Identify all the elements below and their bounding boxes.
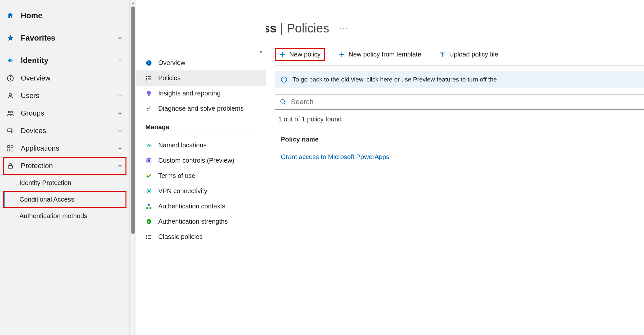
table-row[interactable]: Grant access to Microsoft PowerApps	[275, 148, 644, 166]
sidebar-label: Overview	[21, 74, 51, 82]
new-policy-button[interactable]: New policy	[275, 48, 325, 61]
classic-policies-icon	[145, 234, 152, 240]
sidebar-item-home[interactable]: Home	[3, 6, 126, 25]
subnav-label: VPN connectivity	[158, 187, 207, 195]
table-header-policy-name[interactable]: Policy name	[275, 131, 644, 148]
diagnose-icon	[145, 105, 152, 112]
sidebar-item-groups[interactable]: Groups	[3, 105, 126, 122]
home-icon	[6, 12, 14, 19]
search-box[interactable]	[275, 94, 644, 110]
svg-point-35	[147, 238, 147, 239]
more-icon[interactable]: ···	[340, 24, 348, 33]
upload-icon	[439, 51, 446, 58]
chevron-down-icon	[117, 128, 123, 134]
subnav-item-auth-contexts[interactable]: Authentication contexts	[136, 199, 266, 214]
chevron-down-icon	[117, 35, 123, 41]
info-banner[interactable]: To go back to the old view, click here o…	[275, 71, 644, 88]
subnav-item-auth-strengths[interactable]: Authentication strengths	[136, 214, 266, 229]
subnav-item-diagnose[interactable]: Diagnose and solve problems	[136, 101, 266, 116]
chevron-down-icon	[117, 93, 123, 99]
sidebar-label: Users	[21, 92, 39, 100]
sidebar-item-favorites[interactable]: Favorites	[3, 29, 126, 47]
vpn-icon	[145, 188, 152, 194]
divider	[3, 49, 126, 49]
info-outline-icon	[281, 76, 287, 83]
banner-text: To go back to the old view, click here o…	[292, 76, 497, 83]
svg-point-19	[147, 76, 147, 77]
user-icon	[6, 92, 14, 99]
sidebar-label: Identity Protection	[19, 179, 71, 187]
terms-icon	[145, 173, 152, 179]
lock-icon	[6, 162, 14, 169]
sidebar-item-protection[interactable]: Protection	[3, 157, 126, 175]
policy-link[interactable]: Grant access to Microsoft PowerApps	[281, 153, 389, 160]
subnav-label: Custom controls (Preview)	[158, 157, 234, 164]
svg-line-54	[284, 103, 286, 105]
scrollbar[interactable]: ▴	[130, 0, 136, 335]
sidebar-item-applications[interactable]: Applications	[3, 140, 126, 157]
title-sub: Policies	[287, 21, 329, 35]
svg-rect-8	[8, 146, 10, 148]
svg-point-34	[147, 237, 147, 237]
devices-icon	[6, 127, 14, 134]
sidebar-item-users[interactable]: Users	[3, 87, 126, 105]
result-count: 1 out of 1 policy found	[278, 116, 644, 123]
svg-point-21	[147, 80, 147, 80]
subnav-item-policies[interactable]: Policies	[136, 70, 266, 86]
page-title: Conditional Access | Policies	[266, 21, 329, 35]
bulb-icon	[145, 90, 152, 97]
collapse-icon[interactable]: «	[260, 49, 263, 55]
plus-icon	[338, 51, 345, 58]
applications-icon	[6, 145, 14, 152]
subnav-item-custom-controls[interactable]: Custom controls (Preview)	[136, 153, 266, 168]
auth-contexts-icon	[145, 203, 152, 210]
subnav-item-overview[interactable]: Overview	[136, 55, 266, 70]
svg-rect-24	[148, 159, 150, 162]
svg-rect-10	[8, 149, 10, 151]
svg-point-52	[284, 78, 284, 79]
upload-policy-button[interactable]: Upload policy file	[435, 48, 502, 61]
sidebar-item-identity[interactable]: Identity	[3, 51, 126, 69]
sidebar-item-overview[interactable]: Overview	[3, 69, 126, 87]
subnav-item-vpn[interactable]: VPN connectivity	[136, 183, 266, 199]
groups-icon	[6, 110, 14, 117]
star-icon	[6, 34, 14, 42]
sidebar-item-devices[interactable]: Devices	[3, 122, 126, 140]
sidebar-label: Groups	[21, 109, 44, 118]
main-pane: Home › Conditional Access Conditional Ac…	[266, 0, 644, 335]
sidebar-item-conditional-access[interactable]: Conditional Access	[3, 191, 126, 208]
sidebar-item-identity-protection[interactable]: Identity Protection	[3, 175, 126, 191]
sidebar-label: Devices	[21, 127, 46, 135]
new-policy-template-button[interactable]: New policy from template	[334, 48, 425, 61]
subnav-item-terms-of-use[interactable]: Terms of use	[136, 168, 266, 183]
identity-icon	[6, 56, 14, 64]
subnav-item-insights[interactable]: Insights and reporting	[136, 86, 266, 101]
toolbar: New policy New policy from template Uplo…	[275, 48, 644, 61]
svg-point-33	[147, 235, 147, 236]
toolbar-label: New policy	[289, 51, 321, 58]
sidebar-label: Identity	[21, 56, 48, 65]
sidebar-label: Favorites	[21, 33, 55, 43]
subnav-item-named-locations[interactable]: Named locations	[136, 138, 266, 153]
chevron-down-icon	[117, 110, 123, 116]
scroll-up-icon[interactable]: ▴	[130, 0, 136, 5]
toolbar-label: Upload policy file	[449, 51, 498, 58]
main-body: To go back to the old view, click here o…	[275, 65, 644, 166]
subnav-label: Diagnose and solve problems	[158, 105, 244, 112]
search-icon	[280, 99, 286, 105]
subnav-label: Terms of use	[158, 172, 195, 180]
search-input[interactable]	[291, 98, 639, 106]
locations-icon	[145, 142, 152, 149]
divider	[3, 27, 126, 27]
sidebar-item-authentication-methods[interactable]: Authentication methods	[3, 208, 126, 224]
chevron-up-icon	[117, 163, 123, 169]
subnav-label: Authentication strengths	[158, 218, 228, 225]
svg-point-4	[8, 111, 10, 113]
subnav-item-classic-policies[interactable]: Classic policies	[136, 229, 266, 244]
scroll-thumb[interactable]	[131, 6, 135, 234]
svg-point-20	[147, 78, 147, 79]
policies-icon	[145, 75, 152, 81]
chevron-up-icon	[117, 57, 123, 63]
svg-point-25	[148, 190, 150, 192]
shield-icon	[145, 218, 152, 225]
